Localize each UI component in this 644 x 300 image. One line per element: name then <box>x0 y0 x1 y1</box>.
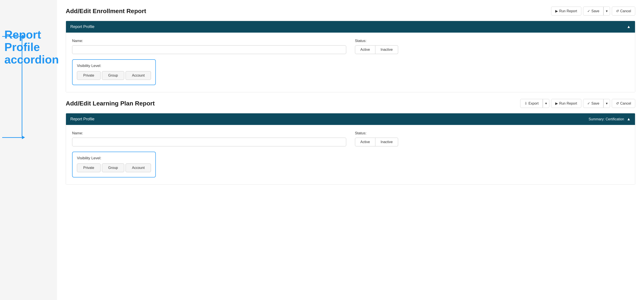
enrollment-save-button[interactable]: ✓ Save <box>583 6 604 15</box>
save-chevron-icon: ▾ <box>606 9 608 13</box>
learning-plan-export-dropdown[interactable]: ▾ <box>543 99 549 108</box>
enrollment-visibility-account-button[interactable]: Account <box>126 71 151 80</box>
annotation-label: ReportProfileaccordion <box>4 28 59 66</box>
enrollment-save-dropdown[interactable]: ▾ <box>604 6 610 15</box>
learning-plan-header-actions: ⇩ Export ▾ ▶ Run Report ✓ Save ▾ <box>520 99 635 108</box>
learning-plan-accordion-chevron-icon: ▲ <box>627 117 631 122</box>
enrollment-visibility-label: Visibility Level: <box>77 64 151 68</box>
learning-plan-visibility-label: Visibility Level: <box>77 156 151 160</box>
learning-plan-visibility-private-button[interactable]: Private <box>77 163 100 172</box>
accordion-summary-text: Summary: Certification <box>588 117 624 121</box>
learning-plan-accordion-header[interactable]: Report Profile Summary: Certification ▲ <box>66 113 635 125</box>
learning-plan-form-row-1: Name: Status: Active Inactive <box>72 131 629 147</box>
enrollment-save-group: ✓ Save ▾ <box>583 6 610 15</box>
learning-plan-visibility-container: Visibility Level: Private Group Account <box>72 152 156 177</box>
learning-plan-save-group: ✓ Save ▾ <box>583 99 610 108</box>
learning-plan-name-group: Name: <box>72 131 346 147</box>
learning-plan-accordion-body: Name: Status: Active Inactive Visibility… <box>66 125 635 184</box>
run-report-icon: ▶ <box>555 9 558 13</box>
learning-plan-name-input[interactable] <box>72 138 346 147</box>
main-content: Add/Edit Enrollment Report ▶ Run Report … <box>57 0 644 300</box>
learning-plan-run-report-button[interactable]: ▶ Run Report <box>551 99 581 108</box>
enrollment-visibility-buttons: Private Group Account <box>77 71 151 80</box>
learning-plan-name-label: Name: <box>72 131 346 136</box>
enrollment-name-input[interactable] <box>72 45 346 54</box>
learning-plan-export-button[interactable]: ⇩ Export <box>520 99 543 108</box>
enrollment-accordion-title: Report Profile <box>70 24 94 29</box>
learning-plan-status-toggle: Active Inactive <box>355 138 629 147</box>
enrollment-visibility-private-button[interactable]: Private <box>77 71 100 80</box>
learning-plan-status-group: Status: Active Inactive <box>355 131 629 147</box>
lp-save-check-icon: ✓ <box>587 101 590 106</box>
learning-plan-status-active-button[interactable]: Active <box>355 138 376 147</box>
learning-plan-cancel-button[interactable]: ↺ Cancel <box>612 99 635 108</box>
learning-plan-visibility-account-button[interactable]: Account <box>126 163 151 172</box>
learning-plan-status-label: Status: <box>355 131 629 136</box>
learning-plan-report-profile-accordion: Report Profile Summary: Certification ▲ … <box>66 113 635 185</box>
annotation-arrow-1 <box>2 35 25 38</box>
export-chevron-icon: ▾ <box>545 101 547 106</box>
enrollment-status-inactive-button[interactable]: Inactive <box>375 45 398 54</box>
enrollment-accordion-chevron-icon: ▲ <box>627 24 631 29</box>
learning-plan-accordion-title: Report Profile <box>70 117 94 122</box>
enrollment-accordion-body: Name: Status: Active Inactive Visibility… <box>66 33 635 92</box>
enrollment-report-title: Add/Edit Enrollment Report <box>66 8 146 15</box>
enrollment-run-report-button[interactable]: ▶ Run Report <box>551 6 581 15</box>
cancel-icon: ↺ <box>616 9 619 13</box>
enrollment-name-group: Name: <box>72 39 346 54</box>
enrollment-status-active-button[interactable]: Active <box>355 45 376 54</box>
enrollment-form-row-1: Name: Status: Active Inactive <box>72 39 629 54</box>
save-check-icon: ✓ <box>587 9 590 13</box>
enrollment-status-group: Status: Active Inactive <box>355 39 629 54</box>
enrollment-visibility-container: Visibility Level: Private Group Account <box>72 59 156 85</box>
enrollment-name-label: Name: <box>72 39 346 43</box>
export-icon: ⇩ <box>524 101 527 106</box>
learning-plan-save-dropdown[interactable]: ▾ <box>604 99 610 108</box>
learning-plan-report-title: Add/Edit Learning Plan Report <box>66 100 155 107</box>
enrollment-status-toggle: Active Inactive <box>355 45 629 54</box>
enrollment-status-label: Status: <box>355 39 629 43</box>
annotation-line-vertical <box>22 36 22 137</box>
lp-save-chevron-icon: ▾ <box>606 101 608 106</box>
enrollment-report-profile-accordion: Report Profile ▲ Name: Status: Active In… <box>66 21 635 92</box>
learning-plan-export-group: ⇩ Export ▾ <box>520 99 549 108</box>
learning-plan-visibility-group-button[interactable]: Group <box>102 163 124 172</box>
learning-plan-report-header: Add/Edit Learning Plan Report ⇩ Export ▾… <box>66 99 635 108</box>
enrollment-cancel-button[interactable]: ↺ Cancel <box>612 6 635 15</box>
learning-plan-save-button[interactable]: ✓ Save <box>583 99 604 108</box>
lp-run-report-icon: ▶ <box>555 101 558 106</box>
learning-plan-status-inactive-button[interactable]: Inactive <box>375 138 398 147</box>
enrollment-visibility-group-button[interactable]: Group <box>102 71 124 80</box>
annotation-arrow-2 <box>2 136 25 139</box>
enrollment-report-header: Add/Edit Enrollment Report ▶ Run Report … <box>66 6 635 15</box>
annotation-area: ReportProfileaccordion <box>0 0 57 300</box>
learning-plan-visibility-buttons: Private Group Account <box>77 163 151 172</box>
enrollment-accordion-header[interactable]: Report Profile ▲ <box>66 21 635 33</box>
enrollment-header-actions: ▶ Run Report ✓ Save ▾ ↺ Cancel <box>551 6 635 15</box>
lp-cancel-icon: ↺ <box>616 101 619 106</box>
